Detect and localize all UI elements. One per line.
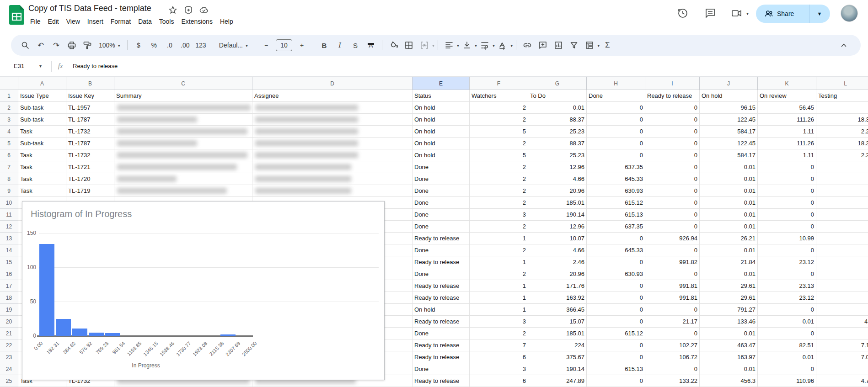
cell-K20[interactable]: 0.01 — [758, 316, 816, 328]
cell-H19[interactable]: 0 — [587, 304, 645, 316]
menu-edit[interactable]: Edit — [44, 16, 63, 28]
row-header-25[interactable]: 25 — [0, 375, 18, 387]
text-rotation-icon[interactable] — [496, 38, 509, 52]
cell-J2[interactable]: 96.15 — [700, 102, 758, 114]
cell-E20[interactable]: Ready to release — [413, 316, 470, 328]
cell-D8[interactable] — [252, 173, 413, 185]
paint-format-icon[interactable] — [80, 38, 94, 52]
print-icon[interactable] — [65, 38, 79, 52]
cell-I1[interactable]: Ready to release — [645, 90, 700, 102]
name-box[interactable]: E31 — [0, 63, 39, 69]
increase-font-size-button[interactable]: + — [295, 38, 309, 52]
cell-E17[interactable]: Ready to release — [413, 280, 470, 292]
cell-H12[interactable]: 637.35 — [587, 221, 645, 233]
cell-G6[interactable]: 25.23 — [528, 149, 587, 161]
row-header-2[interactable]: 2 — [0, 102, 18, 114]
cell-I8[interactable]: 0 — [645, 173, 700, 185]
cell-I15[interactable]: 991.82 — [645, 256, 700, 268]
row-header-5[interactable]: 5 — [0, 138, 18, 149]
row-header-15[interactable]: 15 — [0, 256, 18, 268]
cell-I19[interactable]: 0 — [645, 304, 700, 316]
cell-K1[interactable]: On review — [758, 90, 816, 102]
insert-chart-icon[interactable] — [552, 38, 565, 52]
cell-E10[interactable]: Done — [413, 197, 470, 209]
cell-H13[interactable]: 0 — [587, 233, 645, 244]
cell-F17[interactable]: 1 — [470, 280, 528, 292]
cell-H20[interactable]: 0 — [587, 316, 645, 328]
horizontal-align-icon[interactable] — [442, 38, 456, 52]
cell-F15[interactable]: 1 — [470, 256, 528, 268]
cell-L16[interactable]: 0 — [816, 268, 868, 280]
create-filter-icon[interactable] — [567, 38, 581, 52]
cell-F23[interactable]: 6 — [470, 351, 528, 363]
cell-E13[interactable]: Ready to release — [413, 233, 470, 244]
menu-help[interactable]: Help — [216, 16, 237, 28]
cell-I2[interactable]: 0 — [645, 102, 700, 114]
cell-E2[interactable]: On hold — [413, 102, 470, 114]
column-header-D[interactable]: D — [252, 77, 413, 90]
cell-C3[interactable] — [114, 114, 252, 126]
cell-H4[interactable]: 0 — [587, 126, 645, 138]
cell-L18[interactable]: 0 — [816, 292, 868, 304]
cell-C6[interactable] — [114, 149, 252, 161]
cell-J22[interactable]: 463.47 — [700, 339, 758, 351]
cell-A7[interactable]: Task — [18, 161, 66, 173]
column-header-G[interactable]: G — [528, 77, 587, 90]
cell-H6[interactable]: 0 — [587, 149, 645, 161]
cell-E14[interactable]: Done — [413, 244, 470, 256]
cell-K4[interactable]: 1.11 — [758, 126, 816, 138]
cell-J21[interactable]: 0.01 — [700, 328, 758, 339]
cell-D7[interactable] — [252, 161, 413, 173]
increase-decimal-button[interactable]: .00 — [178, 38, 192, 52]
cell-D2[interactable] — [252, 102, 413, 114]
cell-C9[interactable] — [114, 185, 252, 197]
cell-I10[interactable]: 0 — [645, 197, 700, 209]
cell-D9[interactable] — [252, 185, 413, 197]
cell-L15[interactable]: 0 — [816, 256, 868, 268]
cell-C5[interactable] — [114, 138, 252, 149]
row-header-23[interactable]: 23 — [0, 351, 18, 363]
cell-I21[interactable]: 0 — [645, 328, 700, 339]
menu-insert[interactable]: Insert — [84, 16, 107, 28]
cell-B5[interactable]: TL-1787 — [66, 138, 114, 149]
cell-L10[interactable]: 0 — [816, 197, 868, 209]
horizontal-align-caret-icon[interactable]: ▾ — [457, 43, 459, 48]
cell-G13[interactable]: 10.07 — [528, 233, 587, 244]
cell-L3[interactable]: 18.38 — [816, 114, 868, 126]
cell-F5[interactable]: 2 — [470, 138, 528, 149]
cell-L25[interactable]: 4.75 — [816, 375, 868, 387]
cell-K25[interactable]: 110.96 — [758, 375, 816, 387]
cell-D6[interactable] — [252, 149, 413, 161]
cell-B7[interactable]: TL-1721 — [66, 161, 114, 173]
text-wrap-caret-icon[interactable]: ▾ — [493, 43, 495, 48]
cell-I14[interactable]: 0 — [645, 244, 700, 256]
column-header-C[interactable]: C — [114, 77, 252, 90]
row-header-9[interactable]: 9 — [0, 185, 18, 197]
cell-J15[interactable]: 21.84 — [700, 256, 758, 268]
cell-F6[interactable]: 5 — [470, 149, 528, 161]
cell-B8[interactable]: TL-1720 — [66, 173, 114, 185]
cell-L8[interactable]: 0 — [816, 173, 868, 185]
decrease-decimal-button[interactable]: .0 — [163, 38, 177, 52]
cell-H3[interactable]: 0 — [587, 114, 645, 126]
cell-F22[interactable]: 7 — [470, 339, 528, 351]
borders-icon[interactable] — [402, 38, 416, 52]
hide-menus-icon[interactable] — [837, 38, 851, 52]
cell-G21[interactable]: 185.01 — [528, 328, 587, 339]
cell-I11[interactable]: 0 — [645, 209, 700, 221]
cell-B6[interactable]: TL-1732 — [66, 149, 114, 161]
row-header-20[interactable]: 20 — [0, 316, 18, 328]
search-icon[interactable] — [18, 38, 32, 52]
menu-view[interactable]: View — [63, 16, 84, 28]
cell-L17[interactable]: 0 — [816, 280, 868, 292]
cell-G8[interactable]: 4.66 — [528, 173, 587, 185]
cell-F21[interactable]: 2 — [470, 328, 528, 339]
cell-H15[interactable]: 0 — [587, 256, 645, 268]
cell-H21[interactable]: 615.12 — [587, 328, 645, 339]
cell-B9[interactable]: TL-1719 — [66, 185, 114, 197]
cell-E3[interactable]: On hold — [413, 114, 470, 126]
cell-K12[interactable]: 0 — [758, 221, 816, 233]
cell-H5[interactable]: 0 — [587, 138, 645, 149]
menu-file[interactable]: File — [27, 16, 44, 28]
column-header-A[interactable]: A — [18, 77, 66, 90]
